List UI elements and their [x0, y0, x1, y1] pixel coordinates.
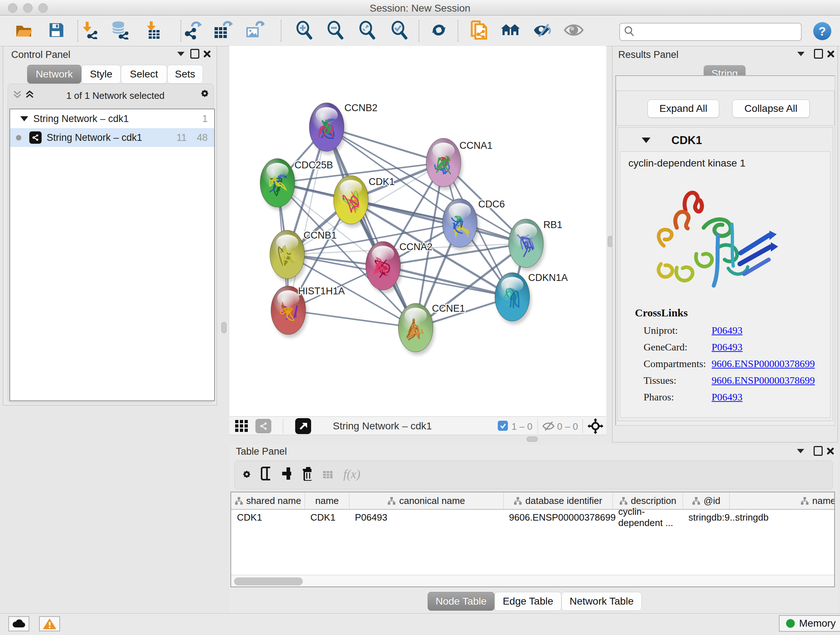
export-network-button[interactable]	[183, 21, 202, 40]
results-panel-float-button[interactable]	[813, 49, 823, 58]
cell-shared-name[interactable]: CDK1	[231, 510, 305, 525]
import-table-file-button[interactable]	[143, 21, 162, 40]
clone-network-button[interactable]	[469, 21, 488, 40]
column-header-canonical-name[interactable]: canonical name	[349, 492, 503, 509]
birds-eye-view-button[interactable]	[295, 418, 311, 434]
cell-name[interactable]: CDK1	[305, 510, 349, 525]
column-header-namespace[interactable]: namespace	[729, 492, 835, 509]
column-header-database-identifier[interactable]: database identifier	[503, 492, 613, 509]
zoom-out-button[interactable]	[325, 21, 344, 40]
column-header-id[interactable]: @id	[683, 492, 729, 509]
hide-selected-button[interactable]	[533, 21, 552, 40]
crosslink-tissues-link[interactable]: 9606.ENSP00000378699	[712, 375, 815, 386]
tab-style[interactable]: Style	[81, 65, 121, 84]
export-table-button[interactable]	[213, 21, 232, 40]
tab-network-table[interactable]: Network Table	[561, 592, 642, 611]
edge-CCNB2-HIST1H1A[interactable]	[288, 127, 327, 310]
crosslink-label: Uniprot:	[644, 325, 678, 336]
grid-view-button[interactable]	[235, 420, 249, 434]
cell-database-identifier[interactable]: 9606.ENSP00000378699	[503, 510, 613, 525]
selected-indicator-checkbox[interactable]	[498, 421, 508, 431]
network-options-gear-button[interactable]	[200, 89, 210, 98]
network-canvas[interactable]: CCNB2CCNA1CDC25BCDK1CDC6RB1CCNB1CCNA2CDK…	[229, 46, 606, 416]
tab-select[interactable]: Select	[121, 65, 167, 84]
horizontal-scrollbar[interactable]	[231, 575, 834, 587]
edge-CCNB2-CCNE1[interactable]	[327, 127, 416, 328]
save-session-button[interactable]	[47, 21, 66, 40]
node-CCNE1[interactable]	[398, 303, 435, 355]
open-session-button[interactable]	[14, 21, 33, 40]
cell-description[interactable]: cyclin-dependent ...	[613, 510, 683, 525]
tab-edge-table[interactable]: Edge Table	[494, 592, 561, 611]
cloud-status-button[interactable]	[8, 616, 29, 631]
plus-icon	[282, 467, 291, 480]
left-splitter-handle[interactable]	[221, 322, 226, 333]
first-neighbors-button[interactable]	[501, 21, 520, 40]
show-columns-button[interactable]	[261, 469, 270, 478]
search-input[interactable]	[638, 26, 801, 38]
help-button[interactable]: ?	[813, 22, 831, 40]
scrollbar-thumb[interactable]	[234, 578, 303, 585]
network-view-mode-button[interactable]	[256, 419, 271, 433]
control-panel-collapse-button[interactable]	[176, 49, 186, 59]
show-all-button[interactable]	[564, 21, 583, 40]
results-panel-collapse-button[interactable]	[796, 49, 806, 59]
memory-label: Memory	[799, 618, 836, 629]
tab-sets[interactable]: Sets	[167, 65, 203, 84]
import-network-file-button[interactable]	[80, 21, 99, 40]
network-graph[interactable]: CCNB2CCNA1CDC25BCDK1CDC6RB1CCNB1CCNA2CDK…	[229, 46, 606, 416]
node-label-RB1: RB1	[543, 219, 562, 230]
bottom-splitter-handle[interactable]	[527, 437, 538, 442]
add-column-button[interactable]	[282, 469, 291, 478]
apply-layout-button[interactable]	[429, 21, 448, 40]
table-panel-collapse-button[interactable]	[796, 447, 805, 456]
delete-column-button[interactable]	[302, 469, 311, 478]
table-row[interactable]: CDK1 CDK1 P06493 9606.ENSP00000378699 cy…	[231, 510, 834, 525]
expand-all-button[interactable]: Expand All	[647, 100, 719, 118]
pan-mode-button[interactable]	[587, 418, 603, 435]
node-CCNB2[interactable]	[309, 103, 346, 155]
node-CDC6[interactable]	[442, 199, 479, 250]
control-panel-float-button[interactable]	[190, 49, 199, 58]
column-header-name[interactable]: name	[305, 492, 349, 509]
crosslink-pharos-link[interactable]: P06493	[712, 391, 743, 403]
node-CDKN1A[interactable]	[495, 272, 531, 325]
tree-expand-icon[interactable]	[20, 116, 28, 121]
control-panel-close-button[interactable]	[202, 49, 212, 59]
cell-id[interactable]: stringdb:9...	[683, 510, 729, 525]
column-label: database identifier	[525, 495, 602, 507]
collapse-all-button[interactable]: Collapse All	[732, 100, 810, 118]
save-floppy-icon	[48, 22, 65, 40]
crosshair-move-icon	[587, 418, 603, 434]
export-image-button[interactable]	[245, 21, 264, 40]
results-panel-close-button[interactable]	[826, 49, 835, 59]
network-row-selected[interactable]: String Network – cdk1 11 48	[10, 128, 214, 147]
zoom-in-button[interactable]	[294, 21, 313, 40]
table-panel-close-button[interactable]	[826, 447, 835, 456]
string-results-container: Expand All Collapse All CDK1 cyclin-depe…	[615, 75, 835, 426]
network-collection-row[interactable]: String Network – cdk1 1	[10, 109, 214, 128]
table-panel-float-button[interactable]	[813, 446, 823, 455]
cell-canonical-name[interactable]: P06493	[349, 510, 503, 525]
collapse-all-networks-button[interactable]	[13, 90, 22, 99]
column-header-shared-name[interactable]: shared name	[231, 492, 305, 509]
node-CCNB1[interactable]	[270, 230, 306, 282]
crosslink-uniprot-link[interactable]: P06493	[712, 325, 743, 336]
double-chevron-up-icon	[25, 90, 34, 99]
columns-icon	[261, 467, 270, 480]
tab-network[interactable]: Network	[27, 65, 81, 84]
zoom-selected-button[interactable]	[390, 21, 409, 40]
crosslink-compartments-link[interactable]: 9606.ENSP00000378699	[712, 358, 815, 370]
table-options-gear-button[interactable]	[242, 470, 251, 479]
cell-namespace[interactable]: stringdb	[729, 510, 834, 525]
memory-button[interactable]: Memory	[779, 615, 840, 632]
zoom-fit-button[interactable]	[357, 21, 376, 40]
entry-collapse-icon[interactable]	[642, 138, 651, 143]
expand-all-networks-button[interactable]	[25, 90, 34, 99]
crosslink-genecard-link[interactable]: P06493	[712, 341, 743, 353]
import-network-database-button[interactable]	[111, 21, 129, 40]
tab-node-table[interactable]: Node Table	[428, 592, 494, 611]
node-RB1[interactable]	[508, 219, 545, 271]
double-chevron-down-icon	[13, 90, 22, 99]
warning-status-button[interactable]	[39, 616, 60, 631]
